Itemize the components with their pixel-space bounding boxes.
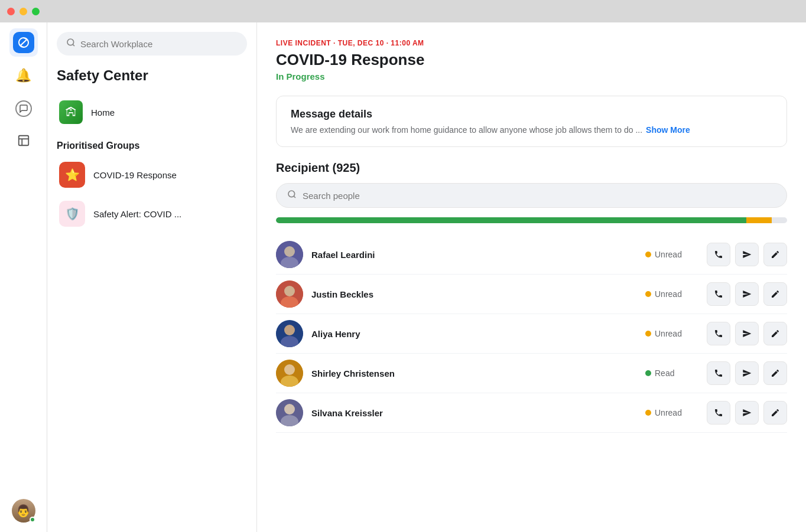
progress-green xyxy=(276,217,746,223)
safety-alert-label: Safety Alert: COVID ... xyxy=(93,209,181,219)
incident-title: COVID-19 Response xyxy=(276,51,787,69)
group-item-covid-response[interactable]: ⭐ COVID-19 Response xyxy=(57,157,247,192)
recipient-row: Silvana Kreissler Unread xyxy=(276,393,787,433)
avatar-shirley xyxy=(276,360,303,387)
edit-button-justin[interactable] xyxy=(763,282,787,306)
action-buttons-silvana xyxy=(707,401,787,425)
action-buttons-justin xyxy=(707,282,787,306)
send-button-silvana[interactable] xyxy=(735,401,759,425)
action-buttons-aliya xyxy=(707,322,787,345)
svg-point-17 xyxy=(284,364,295,375)
book-icon xyxy=(17,134,30,150)
svg-point-14 xyxy=(284,325,295,335)
search-bar[interactable] xyxy=(57,32,247,56)
svg-point-8 xyxy=(284,246,295,257)
search-icon xyxy=(66,38,76,50)
status-dot-rafael xyxy=(645,252,651,257)
main-content: LIVE INCIDENT · TUE, DEC 10 · 11:00 AM C… xyxy=(257,22,806,532)
home-label: Home xyxy=(91,107,115,118)
menu-item-home[interactable]: Home xyxy=(57,96,247,129)
chat-icon xyxy=(15,100,32,117)
avatar-justin xyxy=(276,280,303,308)
edit-button-aliya[interactable] xyxy=(763,322,787,345)
bell-icon: 🔔 xyxy=(15,68,31,83)
status-dot-aliya xyxy=(645,331,651,337)
call-button-aliya[interactable] xyxy=(707,322,730,345)
recipient-row: Aliya Henry Unread xyxy=(276,314,787,354)
status-shirley: Read xyxy=(645,368,698,378)
nav-chat[interactable] xyxy=(9,94,38,123)
svg-point-11 xyxy=(284,286,295,296)
message-details-title: Message details xyxy=(291,108,772,120)
incident-meta: LIVE INCIDENT · TUE, DEC 10 · 11:00 AM xyxy=(276,39,787,47)
call-button-shirley[interactable] xyxy=(707,361,730,385)
send-button-rafael[interactable] xyxy=(735,243,759,266)
home-icon xyxy=(59,100,83,124)
progress-yellow xyxy=(746,217,772,223)
status-justin: Unread xyxy=(645,289,698,299)
status-dot-justin xyxy=(645,291,651,297)
nav-notifications[interactable]: 🔔 xyxy=(9,61,38,90)
send-button-shirley[interactable] xyxy=(735,361,759,385)
covid-response-label: COVID-19 Response xyxy=(93,170,177,180)
recipients-section: Recipient (925) xyxy=(276,161,787,433)
call-button-silvana[interactable] xyxy=(707,401,730,425)
prioritised-groups-label: Prioritised Groups xyxy=(57,141,247,151)
user-avatar-container[interactable]: 👨 xyxy=(12,499,35,523)
recipient-name-aliya: Aliya Henry xyxy=(311,329,637,339)
status-aliya: Unread xyxy=(645,329,698,338)
nav-knowledge[interactable] xyxy=(9,128,38,156)
recipient-row: Justin Beckles Unread xyxy=(276,275,787,314)
svg-point-20 xyxy=(284,404,295,414)
send-button-aliya[interactable] xyxy=(735,322,759,345)
call-button-rafael[interactable] xyxy=(707,243,730,266)
avatar-rafael xyxy=(276,241,303,268)
status-rafael: Unread xyxy=(645,250,698,259)
edit-button-silvana[interactable] xyxy=(763,401,787,425)
search-people-icon xyxy=(287,190,297,201)
nav-workplace[interactable] xyxy=(9,28,38,57)
message-details-body: We are extending our work from home guid… xyxy=(291,125,772,135)
safety-alert-icon: 🛡️ xyxy=(59,201,85,227)
left-panel: Safety Center Home Prioritised Groups ⭐ … xyxy=(47,22,257,532)
svg-line-4 xyxy=(73,44,74,46)
recipient-row: Shirley Christensen Read xyxy=(276,354,787,393)
show-more-button[interactable]: Show More xyxy=(646,125,690,135)
recipients-title: Recipient (925) xyxy=(276,161,787,175)
svg-point-5 xyxy=(288,191,295,197)
search-people-input[interactable] xyxy=(303,191,776,201)
search-people-bar[interactable] xyxy=(276,183,787,208)
avatar-aliya xyxy=(276,320,303,347)
panel-title: Safety Center xyxy=(57,67,247,84)
message-details-card: Message details We are extending our wor… xyxy=(276,96,787,147)
status-dot-shirley xyxy=(645,370,651,376)
recipient-name-justin: Justin Beckles xyxy=(311,289,637,299)
avatar-silvana xyxy=(276,399,303,426)
send-button-justin[interactable] xyxy=(735,282,759,306)
close-button[interactable] xyxy=(7,8,15,15)
app-container: 🔔 👨 xyxy=(0,22,806,532)
edit-button-rafael[interactable] xyxy=(763,243,787,266)
minimize-button[interactable] xyxy=(20,8,27,15)
maximize-button[interactable] xyxy=(32,8,40,15)
titlebar xyxy=(0,0,806,22)
call-button-justin[interactable] xyxy=(707,282,730,306)
svg-rect-0 xyxy=(18,135,28,145)
recipient-row: Rafael Leardini Unread xyxy=(276,235,787,275)
recipient-name-rafael: Rafael Leardini xyxy=(311,250,637,260)
covid-response-icon: ⭐ xyxy=(59,162,85,188)
online-indicator xyxy=(30,517,35,523)
svg-point-3 xyxy=(67,39,74,45)
search-input[interactable] xyxy=(80,39,238,49)
incident-status: In Progress xyxy=(276,71,787,81)
icon-sidebar: 🔔 👨 xyxy=(0,22,47,532)
group-item-safety-alert[interactable]: 🛡️ Safety Alert: COVID ... xyxy=(57,196,247,231)
recipient-name-silvana: Silvana Kreissler xyxy=(311,408,637,418)
status-silvana: Unread xyxy=(645,408,698,417)
action-buttons-rafael xyxy=(707,243,787,266)
status-dot-silvana xyxy=(645,410,651,416)
edit-button-shirley[interactable] xyxy=(763,361,787,385)
workplace-logo xyxy=(13,32,34,53)
svg-line-6 xyxy=(294,196,295,198)
recipient-name-shirley: Shirley Christensen xyxy=(311,368,637,378)
